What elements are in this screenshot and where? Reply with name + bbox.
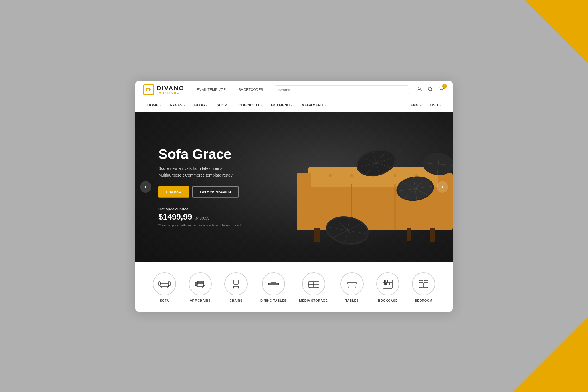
chevron-down-icon: ▾ (228, 104, 230, 107)
category-list: SOFA ARMCHAIRS (135, 262, 453, 312)
category-chairs[interactable]: CHAIRS (218, 272, 254, 302)
logo[interactable]: DIVANO FURNITURE (143, 84, 184, 95)
bg-decoration-top (525, 0, 588, 63)
nav-checkout[interactable]: CHECKOUT ▾ (235, 101, 266, 110)
header: DIVANO FURNITURE EMAIL TEMPLATE SHORTCOD… (135, 81, 453, 99)
svg-point-2 (418, 87, 420, 89)
logo-text: DIVANO FURNITURE (157, 85, 184, 95)
nav-megamenu[interactable]: MEGAMENU ▾ (297, 101, 330, 110)
category-armchairs[interactable]: ARMCHAIRS (182, 272, 218, 302)
chevron-down-icon: ▾ (206, 104, 207, 107)
chevron-down-icon: ▾ (184, 104, 185, 107)
svg-point-21 (394, 174, 396, 177)
svg-line-57 (233, 287, 234, 289)
search-icon[interactable] (427, 86, 433, 93)
category-bookcase[interactable]: BOOKCASE (370, 272, 406, 302)
category-tables-circle (340, 272, 364, 295)
category-media-storage[interactable]: MEDIA STORAGE (293, 272, 334, 302)
category-tables[interactable]: TABLES (334, 272, 370, 302)
category-bedroom-label: BEDROOM (415, 299, 432, 302)
svg-rect-79 (385, 283, 387, 285)
logo-name: DIVANO (157, 85, 184, 92)
bg-decoration-bottom (513, 317, 588, 392)
svg-rect-13 (314, 228, 320, 242)
svg-rect-68 (347, 283, 357, 284)
category-bookcase-circle (376, 272, 399, 295)
search-input[interactable] (275, 85, 409, 94)
svg-rect-75 (384, 280, 385, 283)
category-chairs-label: CHAIRS (229, 299, 242, 302)
buy-now-button[interactable]: Buy now (158, 186, 189, 198)
hero-content: Sofa Grace Score new arrivals from lates… (158, 147, 242, 227)
category-dining-tables[interactable]: DINING TABLES (254, 272, 293, 302)
svg-point-5 (441, 90, 441, 91)
main-container: DIVANO FURNITURE EMAIL TEMPLATE SHORTCOD… (135, 81, 453, 312)
category-bedroom-circle (412, 272, 435, 295)
svg-rect-43 (160, 282, 169, 287)
search-container (275, 85, 409, 94)
svg-rect-50 (197, 281, 204, 284)
hero-subtitle: Score new arrivals from latest items Mul… (158, 165, 242, 178)
chevron-down-icon: ▾ (439, 104, 441, 107)
chevron-down-icon: ▾ (160, 104, 161, 107)
nav-lang[interactable]: ENG ▾ (407, 101, 425, 110)
nav-home[interactable]: HOME ▾ (143, 101, 165, 110)
category-bookcase-label: BOOKCASE (378, 299, 398, 302)
category-sofa[interactable]: SOFA (147, 272, 182, 302)
svg-rect-76 (385, 280, 386, 283)
nav-right: ENG ▾ USD ▾ (407, 101, 445, 110)
category-armchairs-label: ARMCHAIRS (190, 299, 211, 302)
get-discount-button[interactable]: Get first discount (192, 186, 239, 198)
price-current: $1499,99 (158, 212, 192, 222)
category-chairs-circle (224, 272, 248, 295)
svg-rect-59 (268, 283, 279, 285)
category-dining-tables-label: DINING TABLES (260, 299, 286, 302)
shortcodes-link[interactable]: SHORTCODES (235, 86, 267, 93)
svg-line-69 (349, 284, 349, 288)
category-bedroom[interactable]: BEDROOM (406, 272, 441, 302)
navigation: HOME ▾ PAGES ▾ BLOG ▾ SHOP ▾ CHECKOUT ▾ … (135, 99, 453, 112)
cart-icon[interactable]: 4 (438, 86, 445, 94)
nav-pages[interactable]: PAGES ▾ (166, 101, 189, 110)
nav-boxmenu[interactable]: BOXMENU ▾ (267, 101, 296, 110)
svg-point-17 (329, 174, 332, 177)
svg-rect-80 (389, 283, 390, 285)
hero-sofa-image (291, 132, 453, 254)
cart-badge: 4 (442, 84, 447, 89)
svg-point-6 (443, 90, 444, 91)
svg-point-20 (350, 174, 353, 177)
category-media-storage-label: MEDIA STORAGE (299, 299, 328, 302)
price-old: 3499,99 (195, 216, 210, 220)
svg-rect-77 (387, 280, 388, 283)
chevron-down-icon: ▾ (420, 104, 421, 107)
category-dining-tables-circle (262, 272, 285, 295)
category-sofa-label: SOFA (160, 299, 169, 302)
svg-rect-14 (430, 228, 435, 242)
nav-shop[interactable]: SHOP ▾ (213, 101, 234, 110)
hero-price: $1499,99 3499,99 (158, 212, 242, 222)
hero-buttons: Buy now Get first discount (158, 186, 242, 198)
nav-currency[interactable]: USD ▾ (426, 101, 445, 110)
slider-next-button[interactable]: › (437, 181, 448, 193)
svg-rect-62 (271, 280, 276, 283)
logo-icon (143, 84, 154, 95)
svg-rect-78 (384, 283, 385, 285)
email-template-link[interactable]: EMAIL TEMPLATE (192, 86, 230, 93)
hero-disclaimer: ** Product prices with discount are avai… (158, 224, 242, 227)
svg-point-3 (428, 87, 432, 90)
category-media-storage-circle (302, 272, 325, 295)
svg-rect-16 (407, 228, 411, 241)
chevron-down-icon: ▾ (325, 104, 326, 107)
svg-line-70 (355, 284, 355, 288)
nav-blog[interactable]: BLOG ▾ (190, 101, 211, 110)
hero-slider: Sofa Grace Score new arrivals from lates… (135, 112, 453, 262)
user-icon[interactable] (416, 86, 422, 93)
svg-rect-11 (297, 173, 311, 230)
svg-line-4 (431, 90, 433, 91)
svg-line-58 (238, 287, 239, 289)
slider-prev-button[interactable]: ‹ (140, 181, 151, 193)
hero-price-label: Get special price (158, 207, 242, 211)
svg-rect-49 (197, 283, 204, 287)
chevron-down-icon: ▾ (261, 104, 262, 107)
logo-subtitle: FURNITURE (157, 92, 184, 95)
